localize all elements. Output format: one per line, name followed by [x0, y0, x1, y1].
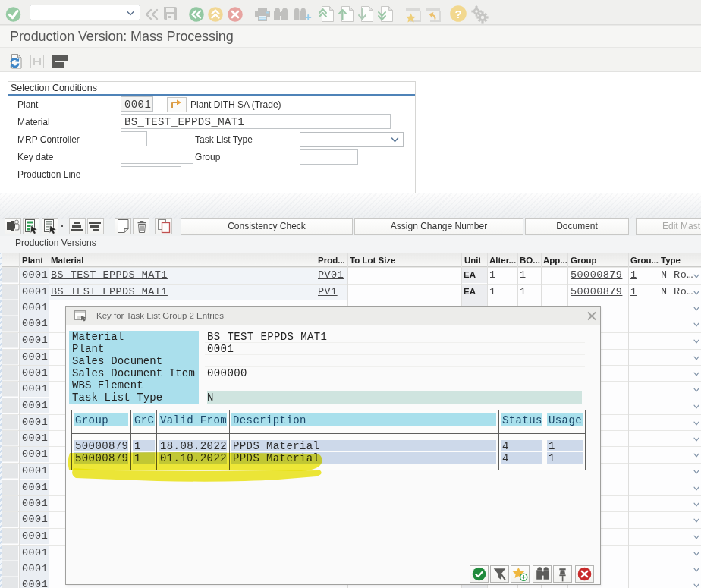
svg-text:?: ? [454, 8, 461, 20]
